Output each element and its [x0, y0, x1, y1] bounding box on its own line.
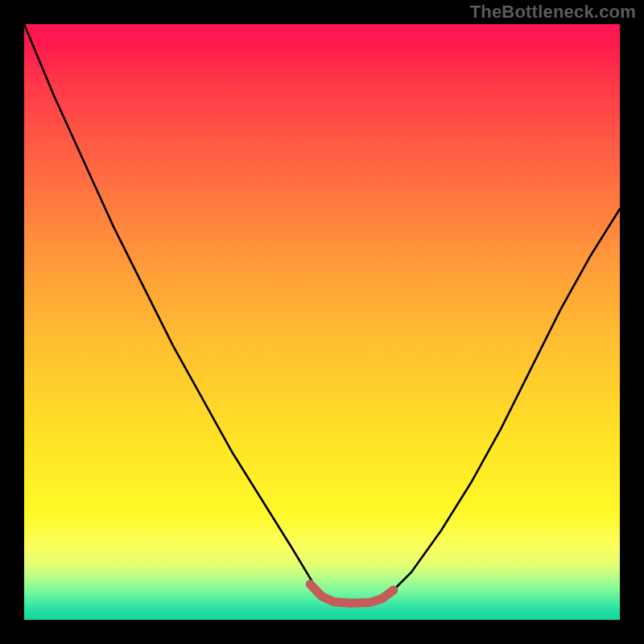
watermark-label: TheBottleneck.com: [470, 2, 636, 23]
main-curve: [24, 24, 620, 603]
curve-layer: [24, 24, 620, 620]
chart-frame: TheBottleneck.com: [0, 0, 644, 644]
valley-highlight: [310, 584, 394, 604]
plot-area: [24, 24, 620, 620]
